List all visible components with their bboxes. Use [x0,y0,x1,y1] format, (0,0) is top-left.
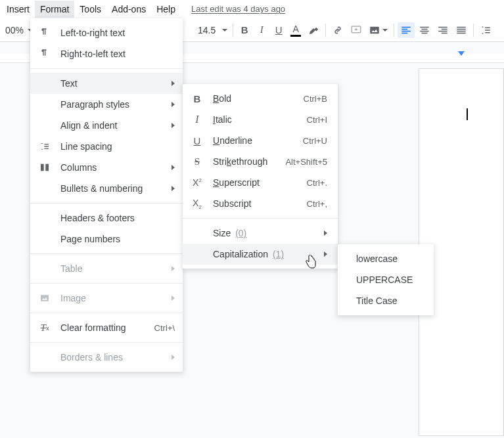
superscript-item[interactable]: X2 Superscript Ctrl+. [183,172,338,193]
align-justify-button[interactable] [453,22,470,38]
menu-label: Strikethrough [213,156,272,167]
bullets-numbering-item[interactable]: Bullets & numbering [30,178,183,199]
menu-help[interactable]: Help [151,1,181,18]
menu-insert[interactable]: Insert [1,1,35,18]
line-spacing-icon [480,24,492,36]
align-right-button[interactable] [434,22,451,38]
italic-item[interactable]: I Italic Ctrl+I [183,109,338,130]
svg-rect-3 [45,164,49,171]
underline-button[interactable]: U [271,22,286,38]
capitalization-submenu-item[interactable]: Capitalization (1) [183,244,338,265]
shortcut: Alt+Shift+5 [285,157,327,167]
menu-label: Image [60,293,172,303]
menu-label: Left-to-right text [60,28,175,38]
paragraph-styles-item[interactable]: Paragraph styles [30,94,183,115]
indent-marker[interactable] [458,51,465,56]
subscript-item[interactable]: X2 Subscript Ctrl+, [183,193,338,214]
insert-image-button[interactable] [366,22,390,38]
line-spacing-icon [38,141,51,152]
link-icon [332,24,344,36]
menu-addons[interactable]: Add-ons [106,1,151,18]
chevron-right-icon [172,186,175,191]
bold-button[interactable]: B [237,22,252,38]
menu-label: Italic [213,114,294,125]
align-indent-item[interactable]: Align & indent [30,115,183,136]
menu-label: Page numbers [60,234,175,244]
italic-button[interactable]: I [254,22,269,38]
align-justify-icon [455,24,467,36]
chevron-right-icon [172,81,175,86]
separator [30,203,183,204]
menu-label: Align & indent [60,120,172,131]
ltr-text-item[interactable]: Left-to-right text [30,22,183,43]
align-center-button[interactable] [416,22,433,38]
menu-format[interactable]: Format [35,1,74,18]
text-color-button[interactable]: A [288,22,304,38]
image-item: Image [30,288,183,309]
text-cursor [467,108,468,120]
chevron-down-icon [382,29,388,32]
superscript-icon: X2 [191,177,204,188]
uppercase-item[interactable]: UPPERCASE [338,269,434,290]
chevron-right-icon [172,296,175,301]
add-comment-button[interactable] [348,22,365,38]
chevron-right-icon [324,230,327,236]
separator [30,253,183,254]
font-size-select[interactable]: 14.5 [195,22,230,38]
headers-footers-item[interactable]: Headers & footers [30,208,183,229]
zoom-value: 00% [5,25,24,35]
separator [30,313,183,313]
separator [394,24,394,37]
page-numbers-item[interactable]: Page numbers [30,229,183,250]
separator [30,283,183,284]
columns-item[interactable]: Columns [30,157,183,178]
menu-label: Right-to-left text [60,49,175,59]
menu-label: Borders & lines [60,352,172,362]
line-spacing-item[interactable]: Line spacing [30,136,183,157]
menu-label: Bold [213,93,290,104]
strikethrough-item[interactable]: S Strikethrough Alt+Shift+5 [183,151,338,172]
chevron-right-icon [172,102,175,107]
separator [30,342,183,343]
italic-icon: I [191,114,204,125]
rtl-text-item[interactable]: Right-to-left text [30,43,183,64]
menu-label: Paragraph styles [60,99,172,110]
menu-label: Columns [60,162,172,173]
menu-label: Underline [213,135,290,146]
shortcut: Ctrl+B [304,94,327,104]
columns-icon [38,162,51,173]
chevron-right-icon [172,165,175,170]
size-submenu-item[interactable]: Size (0) [183,223,338,244]
menu-tools[interactable]: Tools [74,1,106,18]
bold-item[interactable]: B Bold Ctrl+B [183,88,338,109]
separator [183,218,338,219]
image-icon [38,293,51,303]
align-center-icon [419,24,430,36]
menu-label: UPPERCASE [356,274,426,285]
svg-rect-4 [41,295,49,301]
shortcut: Ctrl+U [303,136,327,146]
shortcut: Ctrl+I [307,115,327,125]
line-spacing-button[interactable] [477,22,494,38]
underline-item[interactable]: U Underline Ctrl+U [183,130,338,151]
chevron-down-icon [222,29,227,32]
menu-label: Size (0) [213,228,324,238]
highlight-button[interactable] [305,22,322,38]
lowercase-item[interactable]: lowercase [338,248,434,269]
menu-label: Headers & footers [60,213,175,223]
svg-rect-2 [41,164,44,171]
text-submenu-item[interactable]: Text [30,73,183,94]
svg-rect-1 [371,26,380,33]
last-edit-link[interactable]: Last edit was 4 days ago [191,4,285,14]
menu-label: Clear formatting [60,322,141,333]
chevron-right-icon [172,123,175,128]
chevron-right-icon [172,266,175,271]
clear-formatting-item[interactable]: Tx Clear formatting Ctrl+\ [30,317,183,338]
align-left-button[interactable] [398,22,415,38]
image-icon [369,24,380,36]
separator [233,24,233,37]
insert-link-button[interactable] [329,22,346,38]
titlecase-item[interactable]: Title Case [338,290,434,311]
bold-icon: B [191,93,204,104]
shortcut: Ctrl+\ [154,323,175,333]
